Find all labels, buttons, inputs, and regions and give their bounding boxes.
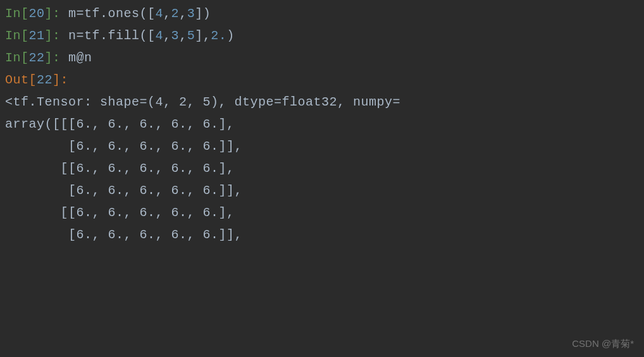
number-literal: 4 xyxy=(156,28,164,43)
code-fragment: , xyxy=(163,28,171,43)
output-line: array([[[6., 6., 6., 6., 6.], xyxy=(5,113,639,135)
code-fragment: ], xyxy=(195,28,211,43)
watermark-text: CSDN @青菊* xyxy=(572,336,634,352)
code-fragment: m@n xyxy=(61,51,92,65)
in-prompt-prefix: In[ xyxy=(5,6,29,21)
in-prompt-num: 21 xyxy=(29,28,45,43)
in-prompt-suffix: ]: xyxy=(45,6,61,21)
code-fragment: , xyxy=(179,6,187,21)
out-prompt-suffix: ]: xyxy=(53,73,68,87)
output-line: <tf.Tensor: shape=(4, 2, 5), dtype=float… xyxy=(5,91,639,113)
number-literal: 2 xyxy=(171,6,180,21)
input-cell-22: In[22]: m@n xyxy=(5,47,639,69)
input-cell-20: In[20]: m=tf.ones([4,2,3]) xyxy=(5,3,639,25)
in-prompt-suffix: ]: xyxy=(45,28,61,43)
in-prompt-num: 22 xyxy=(29,51,45,65)
number-literal: 5 xyxy=(187,28,195,43)
number-literal: 2. xyxy=(211,28,226,43)
number-literal: 3 xyxy=(187,6,195,21)
output-line: [6., 6., 6., 6., 6.]], xyxy=(5,179,639,202)
code-fragment: , xyxy=(163,6,171,21)
code-fragment: ]) xyxy=(195,6,211,21)
code-fragment: m=tf.ones([ xyxy=(61,6,156,21)
out-prompt-num: 22 xyxy=(37,73,53,87)
output-line: [6., 6., 6., 6., 6.]], xyxy=(5,224,639,246)
in-prompt-num: 20 xyxy=(29,6,45,21)
number-literal: 3 xyxy=(171,28,180,43)
output-line: [6., 6., 6., 6., 6.]], xyxy=(5,135,639,157)
in-prompt-suffix: ]: xyxy=(45,51,61,65)
in-prompt-prefix: In[ xyxy=(5,51,29,65)
output-line: [[6., 6., 6., 6., 6.], xyxy=(5,157,639,179)
output-line: [[6., 6., 6., 6., 6.], xyxy=(5,202,639,224)
out-prompt-prefix: Out[ xyxy=(5,73,37,87)
number-literal: 4 xyxy=(156,6,164,21)
code-fragment: , xyxy=(179,28,187,43)
code-fragment: ) xyxy=(226,28,235,43)
in-prompt-prefix: In[ xyxy=(5,28,29,43)
code-fragment: n=tf.fill([ xyxy=(61,28,156,43)
input-cell-21: In[21]: n=tf.fill([4,3,5],2.) xyxy=(5,25,639,47)
output-cell-22-prompt: Out[22]: xyxy=(5,69,639,91)
